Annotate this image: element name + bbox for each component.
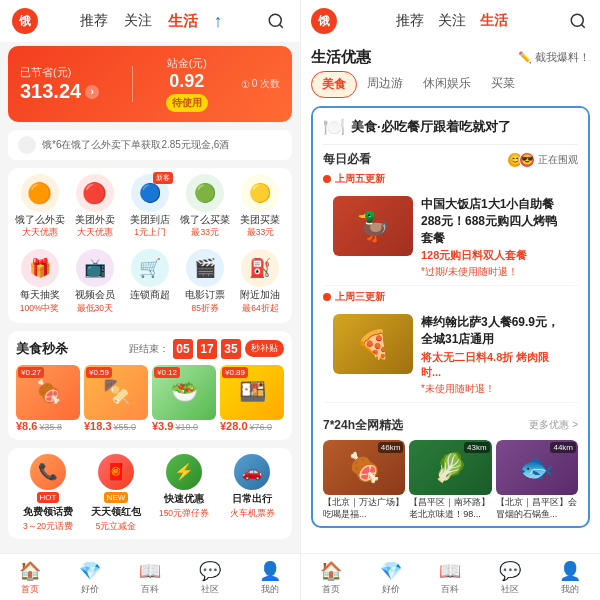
food-item-2[interactable]: 🥗 ¥0.12 ¥3.9 ¥10.0 <box>152 365 216 432</box>
r-tab-follow[interactable]: 关注 <box>438 12 466 30</box>
nav-mine[interactable]: 👤 我的 <box>259 560 281 596</box>
promo-grid: 📞 HOT 免费领话费 3～20元话费 🧧 NEW 天天领红包 5元立减金 ⚡ … <box>8 448 292 539</box>
daily-section: 每日必看 😊 😎 正在围观 上周五更新 🦆 中国大饭店1大1小自助餐288元！6… <box>313 145 588 409</box>
category-tabs: 美食 周边游 休闲娱乐 买菜 <box>301 71 600 106</box>
svg-point-2 <box>571 14 583 26</box>
icon-lottery[interactable]: 🎁 每天抽奖 100%中奖 <box>14 249 65 314</box>
r-search-button[interactable] <box>566 9 590 33</box>
r-nav-shequ[interactable]: 💬 社区 <box>499 560 521 596</box>
icon-meituan-store[interactable]: 🔵 新客 美团到店 1元上门 <box>124 174 175 239</box>
right-section-header: 生活优惠 ✏️ 截我爆料！ <box>301 42 600 71</box>
icon-eleme[interactable]: 🟠 饿了么外卖 大天优惠 <box>14 174 65 239</box>
right-nav-tabs: 推荐 关注 生活 <box>396 12 508 30</box>
nav-home[interactable]: 🏠 首页 <box>19 560 41 596</box>
savings-banner[interactable]: 已节省(元) 313.24 › 站金(元) 0.92 待使用 ① 0 次数 <box>8 46 292 122</box>
left-panel: 饿 推荐 关注 生活 ↑ 已节省(元) 313.24 › 站金(元) <box>0 0 300 600</box>
extra-icon-grid: 🎁 每天抽奖 100%中奖 📺 视频会员 最低30天 🛒 连锁商超 🎬 电影订票… <box>8 245 292 322</box>
icon-video-vip[interactable]: 📺 视频会员 最低30天 <box>69 249 120 314</box>
left-nav-tabs: 推荐 关注 生活 ↑ <box>80 11 223 32</box>
icon-supermarket[interactable]: 🛒 连锁商超 <box>124 249 175 314</box>
restaurant-item-1[interactable]: 🍕 棒约翰比萨3人餐69.9元，全城31店通用 将太无二日料4.8折 烤肉限时.… <box>323 308 578 403</box>
main-icon-grid: 🟠 饿了么外卖 大天优惠 🔴 美团外卖 大天优惠 🔵 新客 美团到店 1元上门 … <box>8 168 292 245</box>
user-info-row: 饿*6在饿了么外卖下单获取2.85元现金,6酒 <box>8 130 292 160</box>
search-button[interactable] <box>264 9 288 33</box>
promo-phone[interactable]: 📞 HOT 免费领话费 3～20元话费 <box>16 454 80 533</box>
nav-shequ[interactable]: 💬 社区 <box>199 560 221 596</box>
tab-life[interactable]: 生活 <box>168 12 198 31</box>
nav-haojia[interactable]: 💎 好价 <box>79 560 101 596</box>
r-tab-life[interactable]: 生活 <box>480 12 508 30</box>
food-item-0[interactable]: 🍖 ¥0.27 ¥8.6 ¥35.8 <box>16 365 80 432</box>
cat-tab-tour[interactable]: 周边游 <box>357 71 413 98</box>
left-bottom-nav: 🏠 首页 💎 好价 📖 百科 💬 社区 👤 我的 <box>0 553 300 600</box>
r-tab-recommend[interactable]: 推荐 <box>396 12 424 30</box>
cat-tab-food[interactable]: 美食 <box>311 71 357 98</box>
promo-travel[interactable]: 🚗 日常出行 火车机票券 <box>220 454 284 533</box>
icon-meituan-cai[interactable]: 🟡 美团买菜 最33元 <box>235 174 286 239</box>
icon-meituan-waimai[interactable]: 🔴 美团外卖 大天优惠 <box>69 174 120 239</box>
right-logo[interactable]: 饿 <box>311 8 337 34</box>
restaurant-item-0[interactable]: 🦆 中国大饭店1大1小自助餐288元！688元购四人烤鸭套餐 128元购日料双人… <box>323 190 578 286</box>
selection-section: 7*24h全网精选 更多优惠 > 🍖 46km 【北京｜万达广场】吃喝是福...… <box>313 409 588 526</box>
r-nav-mine[interactable]: 👤 我的 <box>559 560 581 596</box>
user-avatar <box>18 136 36 154</box>
select-item-2[interactable]: 🐟 44km 【北京｜昌平区】会冒烟的石锅鱼... <box>496 440 578 520</box>
selection-grid: 🍖 46km 【北京｜万达广场】吃喝是福... 🥬 43km 【昌平区｜南环路】… <box>323 440 578 520</box>
food-item-3[interactable]: 🍱 ¥0.89 ¥28.0 ¥76.0 <box>220 365 284 432</box>
cat-tab-leisure[interactable]: 休闲娱乐 <box>413 71 481 98</box>
food-items-grid: 🍖 ¥0.27 ¥8.6 ¥35.8 🍢 ¥0.59 ¥18.3 ¥55.0 🥗… <box>16 365 284 432</box>
food-flash-section: 美食秒杀 距结束： 05 17 35 秒补贴 🍖 ¥0.27 ¥8.6 ¥35.… <box>8 331 292 440</box>
select-item-0[interactable]: 🍖 46km 【北京｜万达广场】吃喝是福... <box>323 440 405 520</box>
tab-recommend[interactable]: 推荐 <box>80 12 108 30</box>
food-item-1[interactable]: 🍢 ¥0.59 ¥18.3 ¥55.0 <box>84 365 148 432</box>
icon-movie[interactable]: 🎬 电影订票 85折券 <box>180 249 231 314</box>
select-item-1[interactable]: 🥬 43km 【昌平区｜南环路】老北京味道！98... <box>409 440 491 520</box>
featured-card[interactable]: 🍽️ 美食·必吃餐厅跟着吃就对了 每日必看 😊 😎 正在围观 <box>311 106 590 528</box>
tab-follow[interactable]: 关注 <box>124 12 152 30</box>
svg-line-3 <box>581 24 584 27</box>
left-logo[interactable]: 饿 <box>12 8 38 34</box>
r-nav-baike[interactable]: 📖 百科 <box>439 560 461 596</box>
r-nav-haojia[interactable]: 💎 好价 <box>380 560 402 596</box>
promo-redpacket[interactable]: 🧧 NEW 天天领红包 5元立减金 <box>84 454 148 533</box>
icon-gas[interactable]: ⛽ 附近加油 最64折起 <box>235 249 286 314</box>
right-top-nav: 饿 推荐 关注 生活 <box>301 0 600 42</box>
right-bottom-nav: 🏠 首页 💎 好价 📖 百科 💬 社区 👤 我的 <box>301 553 600 600</box>
icon-eleme-cai[interactable]: 🟢 饿了么买菜 最33元 <box>180 174 231 239</box>
promo-coupon[interactable]: ⚡ 快速优惠 150元弹仔券 <box>152 454 216 533</box>
svg-point-0 <box>269 14 281 26</box>
left-top-nav: 饿 推荐 关注 生活 ↑ <box>0 0 300 42</box>
cat-tab-grocery[interactable]: 买菜 <box>481 71 525 98</box>
r-nav-home[interactable]: 🏠 首页 <box>320 560 342 596</box>
arrow-indicator: ↑ <box>214 11 223 32</box>
nav-baike[interactable]: 📖 百科 <box>139 560 161 596</box>
svg-line-1 <box>279 24 282 27</box>
right-panel: 饿 推荐 关注 生活 生活优惠 ✏️ 截我爆料！ 美食 周边游 休闲娱乐 买菜 … <box>300 0 600 600</box>
